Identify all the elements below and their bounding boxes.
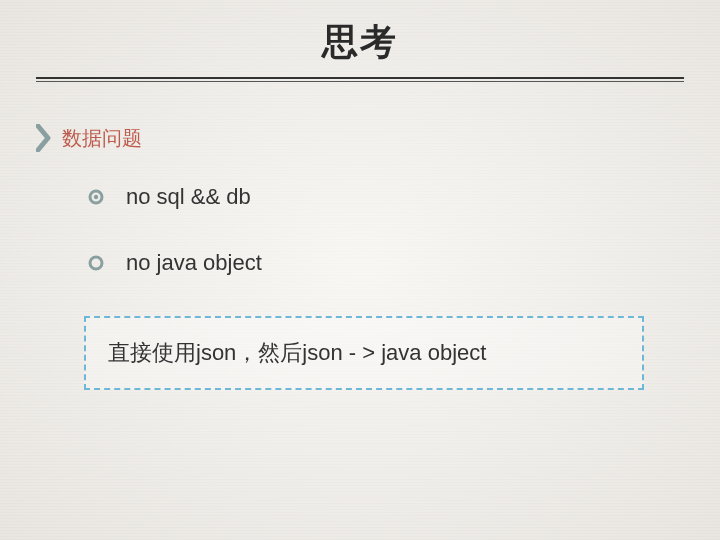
list-item-text: no java object bbox=[126, 250, 262, 276]
item-list: no sql && db no java object bbox=[36, 184, 684, 276]
list-item-text: no sql && db bbox=[126, 184, 251, 210]
svg-point-2 bbox=[90, 257, 102, 269]
svg-point-1 bbox=[94, 195, 98, 199]
callout-text: 直接使用json，然后json - > java object bbox=[108, 338, 620, 368]
circle-bullet-icon bbox=[88, 255, 104, 271]
section-header: 数据问题 bbox=[36, 124, 684, 152]
title-divider bbox=[36, 77, 684, 82]
callout-box: 直接使用json，然后json - > java object bbox=[84, 316, 644, 390]
chevron-right-icon bbox=[36, 124, 52, 152]
section-title: 数据问题 bbox=[62, 125, 142, 152]
list-item: no java object bbox=[88, 250, 684, 276]
slide-title: 思考 bbox=[36, 18, 684, 67]
circle-bullet-icon bbox=[88, 189, 104, 205]
slide: 思考 数据问题 no sql && db no java object 直接使用… bbox=[0, 0, 720, 540]
list-item: no sql && db bbox=[88, 184, 684, 210]
